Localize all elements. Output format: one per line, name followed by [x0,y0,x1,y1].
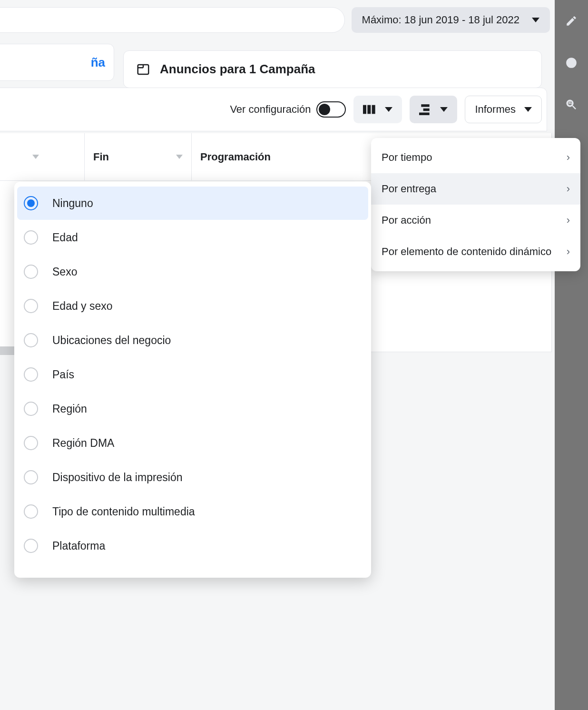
breakdown-category-item[interactable]: Por entrega› [371,173,580,205]
chevron-down-icon [440,107,448,112]
view-config-toggle[interactable]: Ver configuración [230,101,346,118]
breakdown-option-label: País [52,368,74,381]
svg-rect-6 [363,105,366,114]
chevron-right-icon: › [567,246,570,258]
breakdown-category-item[interactable]: Por elemento de contenido dinámico› [371,236,580,267]
breakdown-category-label: Por entrega [382,183,436,195]
breakdown-category-label: Por acción [382,214,431,227]
svg-rect-2 [571,102,572,104]
breakdown-category-label: Por elemento de contenido dinámico [382,246,551,258]
search-input[interactable] [0,7,345,33]
insights-magnifier-icon[interactable] [564,97,579,112]
breakdown-category-item[interactable]: Por acción› [371,205,580,236]
radio-indicator [24,436,38,450]
tab-ads-label: Anuncios para 1 Campaña [160,62,315,77]
svg-rect-10 [423,108,430,111]
breakdown-option-item[interactable]: Plataforma [17,529,368,562]
breakdown-category-menu: Por tiempo›Por entrega›Por acción›Por el… [371,138,580,271]
breakdown-option-item[interactable]: Sexo [17,255,368,288]
breakdown-option-item[interactable]: Ninguno [17,187,368,220]
column-header-fin[interactable]: Fin [85,133,192,180]
breakdown-icon [419,104,431,115]
svg-rect-7 [368,105,371,114]
radio-indicator [24,470,38,484]
radio-indicator [24,299,38,313]
radio-indicator [24,333,38,347]
breakdown-option-label: Sexo [52,266,77,278]
breakdown-option-label: Región DMA [52,437,114,450]
tab-active-label-fragment: ña [91,55,105,70]
breakdown-option-item[interactable]: Dispositivo de la impresión [17,461,368,494]
reports-label: Informes [475,103,516,116]
breakdown-option-label: Edad y sexo [52,300,113,313]
breakdown-option-label: Edad [52,231,78,244]
svg-rect-8 [372,105,375,114]
chevron-right-icon: › [567,214,570,227]
columns-icon [363,104,376,115]
breakdown-option-label: Ninguno [52,197,93,210]
column-label: Fin [93,151,109,163]
toggle-switch[interactable] [316,101,346,118]
reports-button[interactable]: Informes [465,96,542,123]
chevron-down-icon [532,18,539,22]
chevron-down-icon [524,107,532,112]
tab-ads[interactable]: Anuncios para 1 Campaña [123,50,542,88]
radio-indicator [24,230,38,245]
breakdown-option-item[interactable]: Región [17,392,368,425]
top-row: Máximo: 18 jun 2019 - 18 jul 2022 [0,6,550,34]
breakdown-options-menu: NingunoEdadSexoEdad y sexoUbicaciones de… [14,182,371,578]
date-range-label: Máximo: 18 jun 2019 - 18 jul 2022 [362,14,519,26]
chevron-down-icon [385,107,392,112]
window-icon [136,62,150,77]
radio-indicator [24,539,38,553]
breakdown-option-item[interactable]: Región DMA [17,426,368,460]
sort-caret-icon [32,155,39,159]
breakdown-category-item[interactable]: Por tiempo› [371,142,580,173]
chevron-right-icon: › [567,151,570,164]
breakdown-option-label: Región [52,403,87,415]
columns-button[interactable] [353,96,402,123]
breakdown-button[interactable] [410,96,457,123]
svg-rect-0 [568,102,569,104]
breakdown-option-item[interactable]: Edad [17,221,368,254]
toolbar: Ver configuración Informes [0,88,547,131]
chevron-right-icon: › [567,183,570,195]
right-utility-rail [555,0,588,710]
sort-caret-icon [176,155,183,159]
view-config-label: Ver configuración [230,103,311,116]
svg-rect-1 [570,101,571,104]
radio-indicator [24,504,38,519]
column-label: Programación [200,151,271,163]
edit-pencil-icon[interactable] [564,13,579,29]
breakdown-option-label: Plataforma [52,540,105,552]
radio-indicator [24,367,38,382]
breakdown-option-label: Dispositivo de la impresión [52,471,183,484]
toggle-knob [319,104,330,115]
breakdown-option-item[interactable]: Tipo de contenido multimedia [17,495,368,528]
radio-indicator [24,196,38,210]
date-range-picker[interactable]: Máximo: 18 jun 2019 - 18 jul 2022 [352,7,550,33]
column-header-gastado[interactable]: gastado [0,133,85,180]
breakdown-category-label: Por tiempo [382,151,432,164]
svg-rect-9 [421,104,430,107]
history-clock-icon[interactable] [564,55,579,70]
tab-adsets-active[interactable]: ña [0,44,114,81]
breakdown-option-label: Ubicaciones del negocio [52,334,171,347]
radio-indicator [24,265,38,279]
breakdown-option-item[interactable]: País [17,358,368,391]
breakdown-option-label: Tipo de contenido multimedia [52,505,195,518]
breakdown-option-item[interactable]: Ubicaciones del negocio [17,324,368,357]
radio-indicator [24,402,38,416]
breakdown-option-item[interactable]: Edad y sexo [17,289,368,323]
svg-rect-11 [419,113,430,115]
